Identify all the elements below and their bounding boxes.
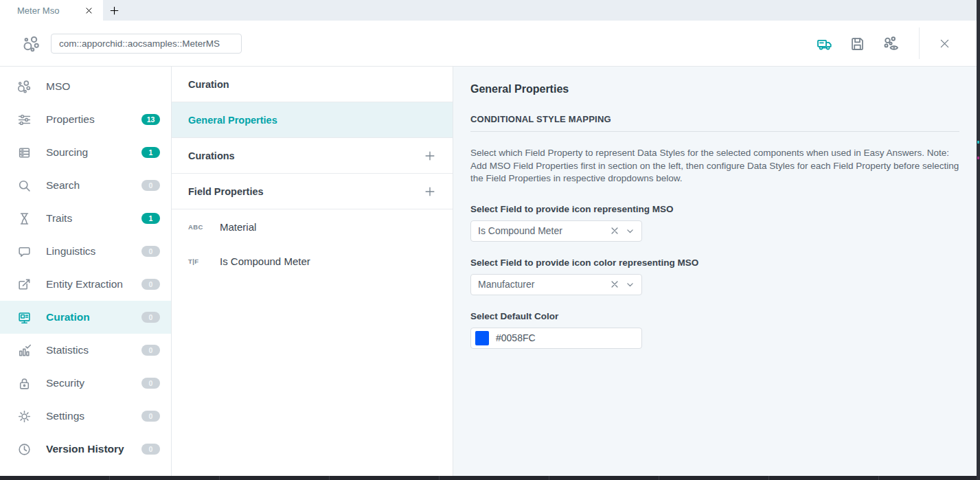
new-tab-plus-icon[interactable] — [109, 0, 119, 21]
boolean-type-icon: T|F — [188, 258, 207, 265]
mso-logo-icon — [22, 34, 41, 53]
field-item-label: Is Compound Meter — [220, 255, 310, 267]
sidebar-item-properties[interactable]: Properties 13 — [0, 103, 171, 136]
sidebar-item-label: Security — [46, 377, 127, 389]
count-badge: 1 — [141, 213, 160, 224]
curation-nav-panel: Curation General Properties Curations Fi… — [172, 67, 453, 476]
bar-chart-check-icon — [16, 343, 32, 358]
sidebar-item-label: Version History — [46, 443, 127, 455]
sidebar-item-statistics[interactable]: Statistics 0 — [0, 334, 171, 367]
count-badge: 0 — [141, 411, 160, 422]
mso-id-input[interactable] — [51, 34, 242, 54]
preview-graph-icon[interactable] — [882, 35, 900, 52]
tab-bar: Meter Mso — [0, 0, 977, 21]
chevron-down-icon[interactable] — [626, 280, 635, 289]
dropdown-value: Is Compound Meter — [478, 225, 610, 236]
app-window: Meter Mso — [0, 0, 977, 476]
deploy-truck-icon[interactable] — [816, 35, 832, 52]
sidebar-item-curation[interactable]: Curation 0 — [0, 301, 171, 334]
sidebar-item-security[interactable]: Security 0 — [0, 367, 171, 400]
sidebar-item-settings[interactable]: Settings 0 — [0, 400, 171, 433]
monitor-card-icon — [16, 310, 32, 325]
field-item-is-compound-meter[interactable]: T|F Is Compound Meter — [172, 244, 453, 278]
tab-title: Meter Mso — [17, 5, 79, 16]
sidebar-item-search[interactable]: Search 0 — [0, 169, 171, 202]
string-type-icon: ABC — [188, 223, 207, 231]
tab-meter-mso[interactable]: Meter Mso — [0, 0, 103, 21]
icon-field-dropdown[interactable]: Is Compound Meter — [470, 220, 642, 242]
sidebar-item-label: Traits — [46, 212, 127, 225]
nav-row-general-properties[interactable]: General Properties — [172, 102, 453, 138]
sidebar-item-label: Settings — [46, 410, 127, 422]
header-bar — [0, 21, 977, 67]
default-color-picker[interactable]: #0058FC — [470, 328, 642, 349]
field-item-label: Material — [220, 221, 256, 233]
close-window-icon[interactable] — [939, 38, 950, 49]
field-group-icon-color: Select Field to provide icon color repre… — [470, 258, 959, 295]
nav-row-curations[interactable]: Curations — [172, 138, 453, 174]
search-icon — [16, 179, 32, 193]
color-swatch — [475, 331, 489, 345]
server-icon — [16, 146, 32, 160]
sidebar-item-label: Properties — [46, 113, 127, 126]
nav-row-field-properties[interactable]: Field Properties — [172, 174, 453, 209]
sidebar-item-sourcing[interactable]: Sourcing 1 — [0, 136, 171, 169]
sidebar-item-linguistics[interactable]: Linguistics 0 — [0, 235, 171, 268]
nodes-icon — [16, 79, 32, 94]
chat-bubble-icon — [16, 244, 32, 259]
chevron-down-icon[interactable] — [626, 227, 635, 236]
add-curation-plus-icon[interactable] — [424, 150, 436, 162]
count-badge: 0 — [141, 378, 160, 389]
dna-icon — [16, 212, 32, 226]
screen-edge-bottom — [0, 476, 977, 480]
main-area: MSO Properties 13 — [0, 67, 977, 476]
field-item-material[interactable]: ABC Material — [172, 209, 453, 244]
sidebar-item-mso[interactable]: MSO — [0, 70, 171, 103]
page-title: General Properties — [470, 83, 959, 95]
sidebar-item-label: Sourcing — [46, 146, 127, 159]
header-actions — [816, 27, 977, 59]
count-badge: 0 — [141, 246, 160, 257]
gear-icon — [16, 409, 32, 424]
sidebar-item-label: Curation — [46, 311, 127, 323]
sidebar: MSO Properties 13 — [0, 67, 172, 476]
header-divider — [919, 27, 920, 59]
field-group-icon: Select Field to provide icon representin… — [470, 204, 959, 242]
field-group-default-color: Select Default Color #0058FC — [470, 311, 959, 349]
clear-icon[interactable] — [610, 226, 619, 236]
general-properties-panel: General Properties CONDITIONAL STYLE MAP… — [453, 67, 977, 476]
sidebar-item-label: Search — [46, 179, 127, 192]
sidebar-item-entity-extraction[interactable]: Entity Extraction 0 — [0, 268, 171, 301]
sidebar-item-label: Entity Extraction — [46, 278, 127, 290]
sidebar-item-label: Statistics — [46, 344, 127, 356]
count-badge: 0 — [141, 279, 160, 290]
nav-row-label: General Properties — [188, 115, 277, 126]
sidebar-item-traits[interactable]: Traits 1 — [0, 202, 171, 235]
clock-icon — [16, 442, 32, 457]
tab-close-icon[interactable] — [84, 6, 93, 15]
sliders-icon — [16, 113, 32, 127]
add-field-property-plus-icon[interactable] — [424, 185, 436, 198]
panel-header-curation: Curation — [172, 67, 453, 102]
sidebar-item-version-history[interactable]: Version History 0 — [0, 433, 171, 466]
clear-icon[interactable] — [610, 279, 619, 289]
panel-header-label: Curation — [188, 79, 229, 90]
field-label: Select Default Color — [470, 311, 959, 321]
screen-edge-right — [977, 0, 980, 480]
field-label: Select Field to provide icon representin… — [470, 204, 959, 214]
count-badge: 0 — [141, 444, 160, 455]
padlock-icon — [16, 376, 32, 391]
section-description: Select which Field Property to represent… — [470, 147, 959, 185]
field-label: Select Field to provide icon color repre… — [470, 258, 959, 268]
dropdown-value: Manufacturer — [478, 279, 610, 290]
sidebar-item-label: Linguistics — [46, 245, 127, 258]
icon-color-field-dropdown[interactable]: Manufacturer — [470, 274, 642, 295]
color-value: #0058FC — [496, 332, 536, 343]
count-badge: 0 — [141, 180, 160, 191]
sidebar-item-label: MSO — [46, 80, 160, 93]
count-badge: 0 — [141, 312, 160, 323]
doc-arrow-icon — [16, 277, 32, 292]
count-badge: 13 — [141, 114, 160, 125]
save-icon[interactable] — [850, 36, 865, 52]
count-badge: 0 — [141, 345, 160, 356]
